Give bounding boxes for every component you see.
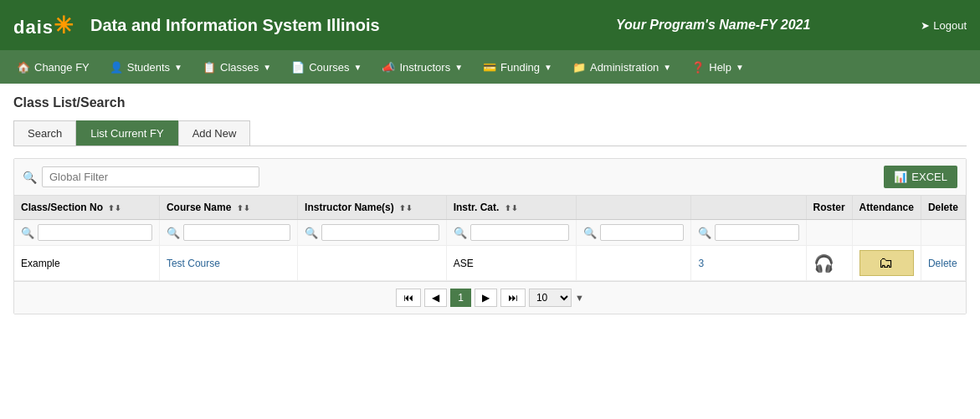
search-icon: 🔍: [23, 171, 37, 184]
nav-help[interactable]: ❓ Help ▼: [681, 54, 754, 80]
courses-icon: 📄: [291, 61, 305, 74]
tab-search[interactable]: Search: [13, 120, 76, 146]
page-size-select[interactable]: 10 25 50 100: [529, 289, 572, 307]
sort-arrows-instructor[interactable]: ⬆⬇: [399, 204, 413, 212]
col-header-instr-cat: Instr. Cat. ⬆⬇: [446, 196, 577, 220]
pagination-row: ⏮ ◀ 1 ▶ ⏭ 10 25 50 100 ▼: [14, 281, 966, 314]
table-row: Example Test Course ASE 3: [14, 246, 966, 281]
cell-attendance: 🗂: [852, 246, 921, 281]
nav-administration[interactable]: 📁 Administration ▼: [562, 54, 681, 80]
page-content: Class List/Search Search List Current FY…: [0, 84, 980, 326]
pagination-first[interactable]: ⏮: [396, 289, 421, 307]
pagination-last[interactable]: ⏭: [500, 289, 526, 307]
nav-instructors[interactable]: 📣 Instructors ▼: [372, 54, 473, 80]
search-cell-instructor: 🔍: [298, 220, 447, 246]
nav-funding[interactable]: 💳 Funding ▼: [473, 54, 562, 80]
instructors-icon: 📣: [382, 61, 395, 74]
chevron-down-icon: ▼: [354, 63, 362, 72]
nav-courses[interactable]: 📄 Courses ▼: [281, 54, 372, 80]
logo-area: dais✳: [13, 12, 74, 39]
search-icon-class: 🔍: [21, 227, 34, 239]
global-filter-input[interactable]: [42, 166, 259, 187]
search-cell-course: 🔍: [159, 220, 297, 246]
cell-instr-cat: ASE: [446, 246, 577, 281]
class-list-table: Class/Section No ⬆⬇ Course Name ⬆⬇ Instr…: [14, 196, 966, 281]
col-header-attendance: Attendance: [852, 196, 921, 220]
top-header: dais✳ Data and Information System Illino…: [0, 0, 980, 50]
filter-class-section[interactable]: [38, 224, 152, 241]
chevron-down-icon: ▼: [736, 63, 744, 72]
delete-link[interactable]: Delete: [928, 258, 957, 269]
col-header-class-section-no: Class/Section No ⬆⬇: [14, 196, 159, 220]
administration-icon: 📁: [572, 61, 586, 74]
chevron-down-icon: ▼: [454, 63, 463, 72]
nav-classes[interactable]: 📋 Classes ▼: [192, 54, 281, 80]
col-header-col5: [577, 196, 691, 220]
tab-add-new[interactable]: Add New: [178, 120, 251, 146]
col-header-roster: Roster: [806, 196, 852, 220]
roster-icon[interactable]: 🎧: [813, 254, 834, 273]
col6-link[interactable]: 3: [698, 258, 704, 269]
page-title: Class List/Search: [13, 95, 967, 110]
search-cell-delete: [921, 220, 965, 246]
cell-col5: [577, 246, 691, 281]
sort-arrows-course[interactable]: ⬆⬇: [237, 204, 250, 212]
students-icon: 👤: [110, 61, 123, 74]
attendance-icon: 🗂: [879, 254, 894, 271]
search-cell-attendance: [852, 220, 921, 246]
header-program: Your Program's Name-FY 2021: [505, 18, 921, 33]
cell-instructor-names: [298, 246, 447, 281]
pagination-next[interactable]: ▶: [475, 289, 497, 307]
chevron-down-icon: ▼: [575, 293, 584, 303]
col-header-col6: [691, 196, 806, 220]
pagination-prev[interactable]: ◀: [424, 289, 447, 307]
chevron-down-icon: ▼: [174, 63, 182, 72]
search-icon-instructor: 🔍: [305, 227, 318, 239]
filter-row: 🔍 📊 EXCEL: [14, 159, 966, 196]
logout-button[interactable]: ➤ Logout: [921, 19, 967, 32]
sort-arrows-class[interactable]: ⬆⬇: [108, 204, 121, 212]
cell-course-name: Test Course: [159, 246, 297, 281]
sort-arrows-instr-cat[interactable]: ⬆⬇: [505, 204, 518, 212]
chevron-down-icon: ▼: [663, 63, 671, 72]
course-name-link[interactable]: Test Course: [167, 258, 220, 269]
search-cell-roster: [806, 220, 852, 246]
help-icon: ❓: [691, 61, 705, 74]
pagination-page-1[interactable]: 1: [450, 289, 471, 307]
cell-delete: Delete: [921, 246, 965, 281]
home-icon: 🏠: [17, 61, 30, 74]
filter-col6[interactable]: [715, 224, 798, 241]
nav-change-fy[interactable]: 🏠 Change FY: [7, 54, 100, 80]
attendance-icon-button[interactable]: 🗂: [859, 250, 914, 276]
search-icon-col5: 🔍: [583, 227, 597, 239]
search-icon-col6: 🔍: [698, 227, 711, 239]
search-icon-course: 🔍: [167, 227, 180, 239]
tab-list-current-fy[interactable]: List Current FY: [76, 120, 177, 146]
logo-asterisk: ✳: [54, 13, 74, 38]
filter-instr-cat[interactable]: [470, 224, 570, 241]
nav-bar: 🏠 Change FY 👤 Students ▼ 📋 Classes ▼ 📄 C…: [0, 50, 980, 84]
tab-bar: Search List Current FY Add New: [13, 120, 967, 146]
logo: dais✳: [13, 12, 74, 39]
funding-icon: 💳: [483, 61, 496, 74]
chevron-down-icon: ▼: [263, 63, 271, 72]
cell-class-section-no: Example: [14, 246, 159, 281]
search-cell-col6: 🔍: [691, 220, 806, 246]
search-cell-instr-cat: 🔍: [446, 220, 577, 246]
logout-icon: ➤: [921, 19, 930, 32]
table-header-row: Class/Section No ⬆⬇ Course Name ⬆⬇ Instr…: [14, 196, 966, 220]
nav-students[interactable]: 👤 Students ▼: [100, 54, 192, 80]
col-header-course-name: Course Name ⬆⬇: [159, 196, 297, 220]
search-cell-class: 🔍: [14, 220, 159, 246]
excel-icon: 📊: [894, 171, 907, 183]
col-header-instructor-names: Instructor Name(s) ⬆⬇: [298, 196, 447, 220]
filter-course-name[interactable]: [183, 224, 290, 241]
search-cell-col5: 🔍: [577, 220, 691, 246]
table-container: 🔍 📊 EXCEL Class/Section No ⬆⬇ Course Nam…: [13, 158, 967, 314]
cell-roster: 🎧: [806, 246, 852, 281]
excel-button[interactable]: 📊 EXCEL: [884, 166, 957, 188]
filter-col5[interactable]: [600, 224, 684, 241]
search-icon-instr-cat: 🔍: [454, 227, 467, 239]
header-title: Data and Information System Illinois: [90, 16, 505, 35]
filter-instructor[interactable]: [321, 224, 439, 241]
